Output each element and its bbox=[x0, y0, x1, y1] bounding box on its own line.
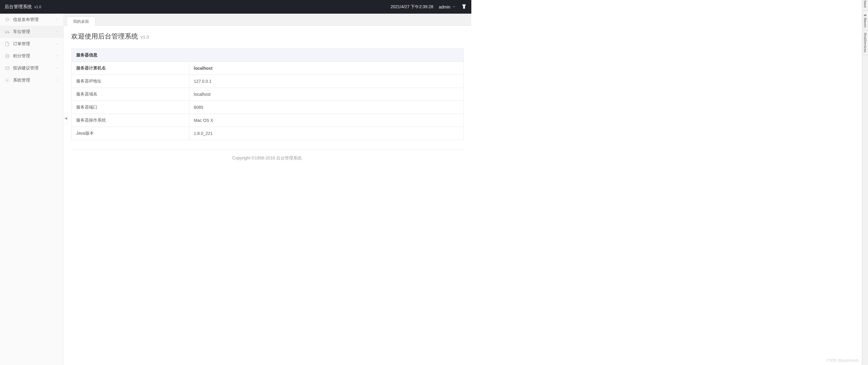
chevron-left-icon: ◀ bbox=[64, 116, 67, 120]
chevron-down-icon bbox=[55, 78, 59, 83]
chevron-down-icon bbox=[55, 41, 59, 46]
table-cell-label: 服务器域名 bbox=[72, 88, 189, 101]
table-cell-label: 服务器计算机名 bbox=[72, 62, 189, 75]
sidebar-item-label: 车位管理 bbox=[13, 29, 55, 35]
table-cell-label: 服务器IP地址 bbox=[72, 75, 189, 88]
chevron-down-icon bbox=[55, 29, 59, 34]
app-header: 后台管理系统 v1.0 2021/4/27 下午2:39:28 admin bbox=[0, 0, 471, 14]
svg-point-6 bbox=[8, 32, 9, 33]
svg-point-3 bbox=[8, 20, 8, 20]
user-name: admin bbox=[439, 5, 451, 9]
sidebar-item-points[interactable]: 积分管理 bbox=[0, 50, 63, 62]
server-info-table: 服务器信息 服务器计算机名 localhost 服务器IP地址 127.0.0.… bbox=[71, 48, 464, 140]
sidebar-item-parking[interactable]: 车位管理 bbox=[0, 26, 63, 38]
sidebar-item-label: 积分管理 bbox=[13, 53, 55, 59]
app-title: 后台管理系统 v1.0 bbox=[5, 4, 41, 10]
chevron-down-icon bbox=[452, 5, 456, 9]
tab-label: 我的桌面 bbox=[73, 19, 89, 24]
svg-point-7 bbox=[6, 54, 9, 56]
watermark: CSDN @pastclouds bbox=[827, 358, 859, 363]
table-cell-value: 1.8.0_221 bbox=[189, 127, 463, 140]
table-row: 服务器域名 localhost bbox=[72, 88, 464, 101]
table-cell-value: Mac OS X bbox=[189, 114, 463, 127]
chevron-down-icon bbox=[55, 66, 59, 71]
app-title-text: 后台管理系统 bbox=[5, 4, 32, 10]
sidebar-collapse-handle[interactable]: ◀ bbox=[64, 112, 68, 124]
chevron-down-icon bbox=[55, 54, 59, 59]
table-cell-label: Java版本 bbox=[72, 127, 189, 140]
ide-tool-rail: base m Maven RestServices bbox=[862, 0, 868, 365]
sidebar: 信息发布管理 车位管理 订单管理 bbox=[0, 14, 64, 365]
sidebar-item-order[interactable]: 订单管理 bbox=[0, 38, 63, 50]
tabs-bar: 我的桌面 bbox=[64, 14, 471, 26]
table-cell-value: localhost bbox=[189, 88, 463, 101]
page-title-text: 欢迎使用后台管理系统 bbox=[71, 32, 138, 41]
table-row: 服务器端口 8085 bbox=[72, 101, 464, 114]
svg-point-5 bbox=[6, 32, 7, 33]
file-icon bbox=[5, 41, 10, 46]
svg-point-2 bbox=[7, 20, 8, 20]
svg-point-1 bbox=[6, 20, 7, 20]
chevron-down-icon bbox=[55, 17, 59, 22]
table-cell-label: 服务器操作系统 bbox=[72, 114, 189, 127]
blank-area bbox=[471, 0, 862, 365]
table-cell-value: 127.0.0.1 bbox=[189, 75, 463, 88]
mail-icon bbox=[5, 66, 10, 71]
sidebar-item-info-publish[interactable]: 信息发布管理 bbox=[0, 14, 63, 26]
tab-desktop[interactable]: 我的桌面 bbox=[67, 17, 95, 26]
maven-icon: m bbox=[864, 13, 866, 17]
sidebar-item-complaint[interactable]: 投诉建议管理 bbox=[0, 62, 63, 74]
page-title: 欢迎使用后台管理系统 v1.0 bbox=[71, 32, 464, 41]
stack-icon bbox=[5, 54, 10, 59]
table-row: 服务器计算机名 localhost bbox=[72, 62, 464, 75]
svg-rect-8 bbox=[5, 67, 9, 69]
tshirt-icon[interactable] bbox=[461, 4, 467, 10]
gear-icon bbox=[5, 78, 10, 83]
sidebar-item-label: 订单管理 bbox=[13, 41, 55, 47]
table-row: 服务器操作系统 Mac OS X bbox=[72, 114, 464, 127]
table-cell-value: 8085 bbox=[189, 101, 463, 114]
ide-rail-maven[interactable]: m Maven bbox=[863, 11, 868, 30]
truck-icon bbox=[5, 29, 10, 34]
sidebar-item-label: 信息发布管理 bbox=[13, 17, 55, 23]
sidebar-item-system[interactable]: 系统管理 bbox=[0, 74, 63, 87]
app-version: v1.0 bbox=[34, 5, 41, 9]
user-dropdown[interactable]: admin bbox=[439, 5, 456, 9]
table-cell-label: 服务器端口 bbox=[72, 101, 189, 114]
chat-icon bbox=[5, 17, 10, 22]
rail-label: RestServices bbox=[863, 33, 867, 53]
footer-copyright: Copyright ©1956-2018 后台管理系统. bbox=[71, 150, 464, 167]
header-datetime: 2021/4/27 下午2:39:28 bbox=[391, 4, 433, 10]
svg-point-9 bbox=[7, 80, 8, 81]
table-row: Java版本 1.8.0_221 bbox=[72, 127, 464, 140]
svg-rect-4 bbox=[5, 31, 8, 32]
rail-label: base bbox=[863, 1, 867, 8]
ide-rail-base[interactable]: base bbox=[863, 0, 868, 11]
table-row: 服务器IP地址 127.0.0.1 bbox=[72, 75, 464, 88]
main-content: 我的桌面 欢迎使用后台管理系统 v1.0 服务器信息 服务器 bbox=[64, 14, 471, 365]
sidebar-item-label: 系统管理 bbox=[13, 77, 55, 83]
sidebar-item-label: 投诉建议管理 bbox=[13, 65, 55, 71]
page-title-version: v1.0 bbox=[141, 34, 149, 39]
table-header: 服务器信息 bbox=[72, 49, 464, 62]
table-cell-value: localhost bbox=[189, 62, 463, 75]
rail-label: Maven bbox=[863, 18, 867, 28]
ide-rail-restservices[interactable]: RestServices bbox=[863, 30, 868, 55]
